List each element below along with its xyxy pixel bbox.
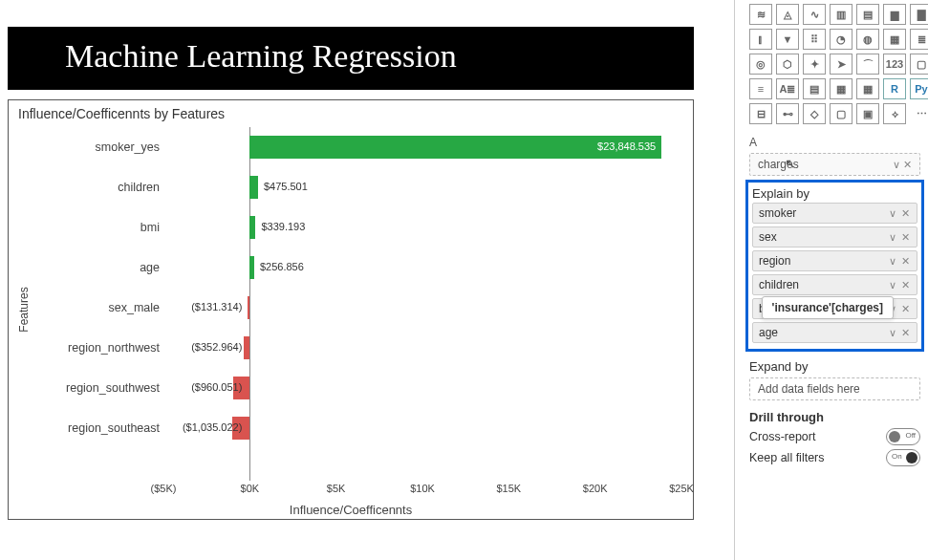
- cross-report-toggle[interactable]: Off: [886, 428, 920, 445]
- chip-label: smoker: [759, 206, 796, 220]
- clustered-column-icon[interactable]: ⫿: [749, 29, 772, 50]
- category-label: bmi: [30, 207, 163, 248]
- explain-by-field-region[interactable]: region∨ ✕: [752, 250, 917, 271]
- keep-filters-toggle[interactable]: On: [886, 449, 920, 466]
- donut-icon[interactable]: ◍: [856, 29, 879, 50]
- area-chart-icon[interactable]: ◬: [776, 4, 799, 25]
- bar-value-label: $23,848.535: [597, 140, 656, 152]
- decomposition-icon[interactable]: ⊟: [749, 103, 772, 124]
- x-tick: $15K: [496, 483, 521, 494]
- matrix-icon[interactable]: ▤: [803, 78, 826, 99]
- keep-filters-label: Keep all filters: [749, 451, 825, 464]
- page-title: Machine Learning Regression: [8, 27, 694, 90]
- gauge-icon[interactable]: ⌒: [856, 54, 879, 75]
- x-tick: $10K: [410, 483, 435, 494]
- column-chart-icon[interactable]: ▆: [883, 4, 906, 25]
- waterfall-icon[interactable]: ≣: [910, 29, 928, 50]
- stacked-bar-icon[interactable]: ▤: [856, 4, 879, 25]
- chip-controls[interactable]: ∨ ✕: [889, 207, 911, 220]
- x-axis: ($5K)$0K$5K$10K$15K$20K$25K: [163, 483, 681, 498]
- expand-by-label: Expand by: [749, 359, 920, 374]
- funnel-icon[interactable]: ▼: [776, 29, 799, 50]
- bar-value-label: ($352.964): [191, 341, 242, 353]
- bar-value-label: ($131.314): [191, 301, 242, 312]
- r-visual-icon[interactable]: R: [883, 78, 906, 99]
- treemap-icon[interactable]: ▦: [883, 29, 906, 50]
- paginated-icon[interactable]: ▣: [856, 103, 879, 124]
- bar[interactable]: [249, 256, 254, 279]
- app-icon[interactable]: ⟡: [883, 103, 906, 124]
- y-axis: smoker_yeschildrenbmiagesex_maleregion_n…: [30, 127, 163, 481]
- explain-by-section: Explain by smoker∨ ✕sex∨ ✕region∨ ✕child…: [745, 180, 924, 352]
- chip-label: sex: [759, 230, 777, 244]
- bar-value-label: $475.501: [264, 181, 308, 192]
- x-tick: $0K: [241, 483, 260, 494]
- visualizations-pane: ≋◬∿▥▤▆▇⫿▼⠿◔◍▦≣◎⬡✦➤⌒123▢≡A≣▤▦▦RPy⊟⊷◇▢▣⟡⋯ …: [742, 0, 928, 470]
- category-label: region_northwest: [30, 328, 163, 368]
- category-label: sex_male: [30, 288, 163, 328]
- card-icon[interactable]: ▢: [910, 54, 928, 75]
- bar[interactable]: [248, 296, 249, 319]
- explain-by-field-age[interactable]: age∨ ✕: [752, 322, 917, 343]
- analyze-field-well[interactable]: charges ↖ ∨ ✕: [749, 153, 920, 176]
- ribbon-chart-icon[interactable]: ∿: [803, 4, 826, 25]
- visualization-gallery: ≋◬∿▥▤▆▇⫿▼⠿◔◍▦≣◎⬡✦➤⌒123▢≡A≣▤▦▦RPy⊟⊷◇▢▣⟡⋯: [749, 4, 920, 124]
- bar-value-label: ($1,035.022): [183, 421, 242, 433]
- field-tooltip: 'insurance'[charges]: [762, 296, 894, 319]
- table-icon[interactable]: ▦: [830, 78, 852, 99]
- drill-through-label: Drill through: [749, 410, 920, 424]
- chip-label: region: [759, 254, 790, 268]
- x-tick: $25K: [669, 483, 694, 494]
- cross-report-label: Cross-report: [749, 430, 815, 443]
- chip-controls[interactable]: ∨ ✕: [889, 327, 911, 339]
- narrative-icon[interactable]: ▢: [830, 103, 852, 124]
- key-influencers-icon[interactable]: ⊷: [776, 103, 799, 124]
- y-axis-label: Features: [17, 287, 31, 332]
- clustered-bar-icon[interactable]: ▥: [830, 4, 852, 25]
- chip-controls[interactable]: ∨ ✕: [889, 255, 911, 268]
- filled-map-icon[interactable]: ⬡: [776, 54, 799, 75]
- bar-value-label: $256.856: [260, 261, 304, 272]
- explain-by-label: Explain by: [752, 186, 917, 201]
- category-label: smoker_yes: [30, 127, 163, 167]
- expand-by-placeholder: Add data fields here: [758, 382, 860, 396]
- shape-map-icon[interactable]: ✦: [803, 54, 826, 75]
- plot-area: $23,848.535$475.501$339.193$256.856($131…: [163, 127, 681, 481]
- kpi-icon[interactable]: 123: [883, 54, 906, 75]
- bar[interactable]: [244, 336, 249, 359]
- chart-title: Influence/Coefficennts by Features: [18, 106, 683, 121]
- chart-visual[interactable]: Influence/Coefficennts by Features Featu…: [8, 99, 694, 520]
- x-tick: $20K: [583, 483, 608, 494]
- category-label: region_southeast: [30, 408, 163, 448]
- chip-label: age: [759, 326, 778, 339]
- explain-by-field-children[interactable]: children∨ ✕: [752, 274, 917, 295]
- analyze-label-truncated: A: [749, 136, 920, 149]
- x-axis-label: Influence/Coefficennts: [290, 503, 412, 517]
- explain-by-field-sex[interactable]: sex∨ ✕: [752, 226, 917, 248]
- qa-icon[interactable]: ◇: [803, 103, 826, 124]
- chip-controls[interactable]: ∨ ✕: [889, 279, 911, 291]
- x-tick: ($5K): [151, 483, 177, 494]
- analyze-field-value: charges: [758, 158, 799, 171]
- category-label: children: [30, 167, 163, 207]
- expand-by-well[interactable]: Add data fields here: [749, 377, 920, 400]
- globe-map-icon[interactable]: ◎: [749, 54, 772, 75]
- chip-controls[interactable]: ∨ ✕: [889, 231, 911, 244]
- arcgis-icon[interactable]: ➤: [830, 54, 852, 75]
- chip-label: children: [759, 278, 799, 291]
- pie-icon[interactable]: ◔: [830, 29, 852, 50]
- bar-value-label: ($960.051): [191, 381, 242, 393]
- line-chart-icon[interactable]: ≋: [749, 4, 772, 25]
- slicer-icon[interactable]: A≣: [776, 78, 799, 99]
- explain-by-field-smoker[interactable]: smoker∨ ✕: [752, 203, 917, 224]
- scatter-icon[interactable]: ⠿: [803, 29, 826, 50]
- field-controls[interactable]: ∨ ✕: [893, 159, 912, 171]
- stacked-column-icon[interactable]: ▇: [910, 4, 928, 25]
- x-tick: $5K: [327, 483, 346, 494]
- bar[interactable]: [249, 176, 258, 199]
- more-icon[interactable]: ⋯: [910, 103, 928, 124]
- bar[interactable]: [249, 216, 255, 239]
- py-visual-icon[interactable]: Py: [910, 78, 928, 99]
- table2-icon[interactable]: ▦: [856, 78, 879, 99]
- multi-row-card-icon[interactable]: ≡: [749, 78, 772, 99]
